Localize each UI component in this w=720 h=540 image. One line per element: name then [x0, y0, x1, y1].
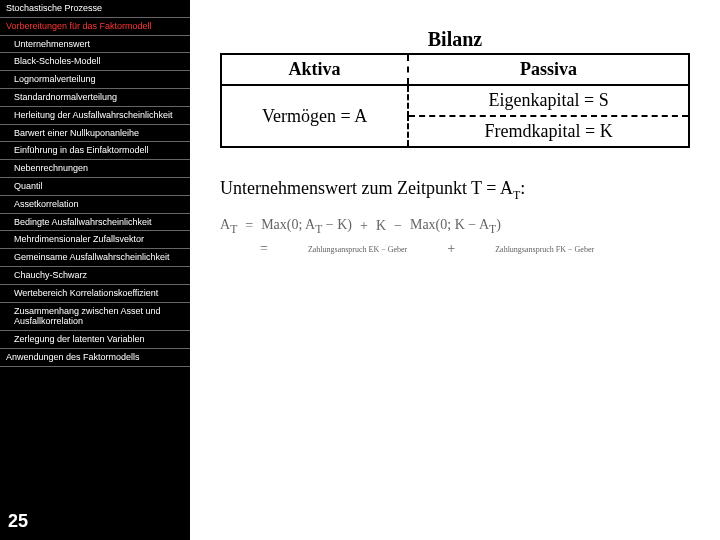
- nav-item[interactable]: Zerlegung der latenten Variablen: [0, 331, 190, 349]
- nav-item[interactable]: Vorbereitungen für das Faktormodell: [0, 18, 190, 36]
- nav-item[interactable]: Unternehmenswert: [0, 36, 190, 54]
- nav-item[interactable]: Chauchy-Schwarz: [0, 267, 190, 285]
- nav-item[interactable]: Einführung in das Einfaktormodell: [0, 142, 190, 160]
- bilanz-table-wrap: Bilanz Aktiva Passiva Vermögen = A Eigen…: [220, 28, 690, 148]
- cell-fremdkapital: Fremdkapital = K: [408, 116, 689, 147]
- header-aktiva: Aktiva: [221, 54, 408, 85]
- nav-item[interactable]: Stochastische Prozesse: [0, 0, 190, 18]
- nav-item[interactable]: Bedingte Ausfallwahrscheinlichkeit: [0, 214, 190, 232]
- nav-item[interactable]: Nebenrechnungen: [0, 160, 190, 178]
- nav-item[interactable]: Assetkorrelation: [0, 196, 190, 214]
- nav-item[interactable]: Quantil: [0, 178, 190, 196]
- formula-term2: Zahlungsanspruch FK − Geber: [495, 245, 594, 254]
- cell-eigenkapital: Eigenkapital = S: [408, 85, 689, 116]
- nav-item[interactable]: Mehrdimensionaler Zufallsvektor: [0, 231, 190, 249]
- statement: Unternehmenswert zum Zeitpunkt T = AT:: [220, 178, 690, 203]
- formula-box: AT = Max(0; AT − K) + K − Max(0; K − AT)…: [220, 217, 690, 258]
- nav-item[interactable]: Black-Scholes-Modell: [0, 53, 190, 71]
- nav-item[interactable]: Anwendungen des Faktormodells: [0, 349, 190, 367]
- nav-item[interactable]: Lognormalverteilung: [0, 71, 190, 89]
- nav-item[interactable]: Gemeinsame Ausfallwahrscheinlichkeit: [0, 249, 190, 267]
- cell-aktiva: Vermögen = A: [221, 85, 408, 147]
- page-number: 25: [8, 511, 28, 532]
- nav-item[interactable]: Zusammenhang zwischen Asset und Ausfallk…: [0, 303, 190, 332]
- formula-max1: Max(0; AT − K): [261, 217, 352, 236]
- sidebar: Stochastische ProzesseVorbereitungen für…: [0, 0, 190, 540]
- bilanz-title: Bilanz: [220, 28, 690, 51]
- formula-term1: Zahlungsanspruch EK − Geber: [308, 245, 407, 254]
- header-passiva: Passiva: [408, 54, 689, 85]
- content-area: Bilanz Aktiva Passiva Vermögen = A Eigen…: [190, 0, 720, 540]
- statement-suffix: :: [520, 178, 525, 198]
- formula-max2: Max(0; K − AT): [410, 217, 501, 236]
- nav-item[interactable]: Barwert einer Nullkuponanleihe: [0, 125, 190, 143]
- nav-item[interactable]: Herleitung der Ausfallwahrscheinlichkeit: [0, 107, 190, 125]
- statement-prefix: Unternehmenswert zum Zeitpunkt T = A: [220, 178, 513, 198]
- formula-lhs: AT: [220, 217, 237, 236]
- nav-item[interactable]: Wertebereich Korrelationskoeffizient: [0, 285, 190, 303]
- nav-item[interactable]: Standardnormalverteilung: [0, 89, 190, 107]
- bilanz-table: Aktiva Passiva Vermögen = A Eigenkapital…: [220, 53, 690, 148]
